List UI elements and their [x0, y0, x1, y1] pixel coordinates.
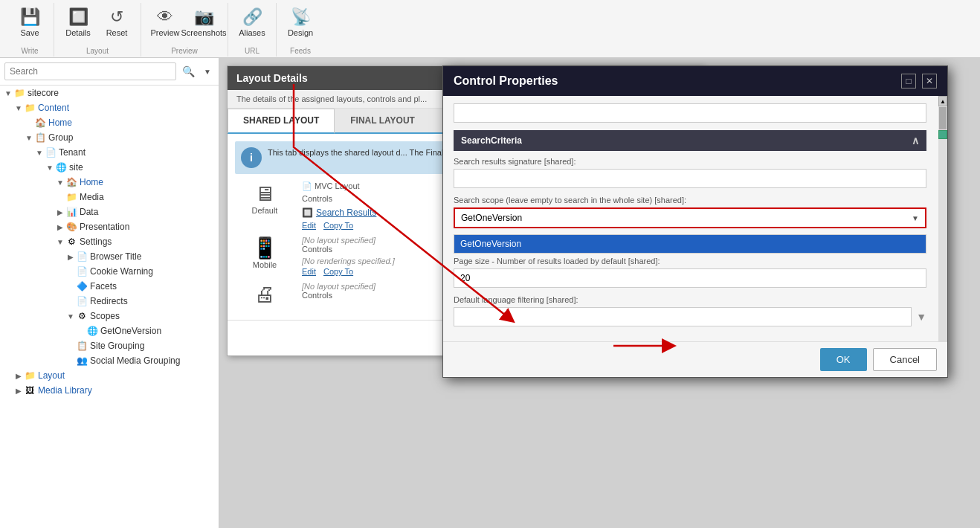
design-icon: 📡: [291, 7, 311, 27]
tree-item-data[interactable]: ▶ 📊 Data: [0, 205, 219, 219]
tree-toggle-site[interactable]: ▼: [45, 164, 55, 172]
mvc-layout-icon: 📄: [302, 181, 312, 190]
tab-shared-layout[interactable]: SHARED LAYOUT: [228, 109, 335, 134]
tree-toggle-settings[interactable]: ▼: [55, 238, 65, 246]
tree-toggle-data[interactable]: ▶: [55, 208, 65, 216]
cp-section-name: SearchCriteria: [461, 135, 522, 146]
control-name-search-results[interactable]: Search Results: [316, 207, 376, 218]
cp-signature-input[interactable]: [454, 169, 926, 188]
content-area: Layout Details The details of the assign…: [219, 58, 980, 528]
scrollbar-thumb[interactable]: [939, 107, 947, 129]
design-button[interactable]: 📡 Design: [281, 4, 320, 40]
device-icon-area-default: 🖥 Default: [235, 181, 294, 215]
cp-field-label-language: Default language filtering [shared]:: [454, 295, 926, 304]
device-icon-area-print: 🖨: [235, 282, 294, 306]
screenshots-button[interactable]: 📷 Screenshots: [184, 4, 223, 40]
details-button[interactable]: 🔲 Details: [59, 4, 97, 40]
scrollbar[interactable]: ▲: [938, 96, 947, 341]
tree-label-content: Content: [38, 103, 69, 113]
tree-item-scopes[interactable]: ▼ ⚙ Scopes: [0, 309, 219, 323]
tree-item-social-media[interactable]: ▶ 👥 Social Media Grouping: [0, 353, 219, 368]
tree-item-media-library[interactable]: ▶ 🖼 Media Library: [0, 383, 219, 398]
tree-label-group: Group: [48, 132, 73, 143]
content-icon: 📁: [24, 102, 36, 114]
toolbar-group-write: 💾 Save Write: [6, 3, 54, 57]
tree-toggle-presentation[interactable]: ▶: [55, 223, 65, 231]
tree-label-media-library: Media Library: [38, 385, 92, 396]
tree-item-content[interactable]: ▼ 📁 Content: [0, 100, 219, 115]
cp-scope-select[interactable]: GetOneVersion: [455, 209, 925, 227]
device-icon-print: 🖨: [254, 282, 275, 306]
edit-action[interactable]: Edit: [302, 221, 316, 230]
tree-toggle-layout[interactable]: ▶: [13, 372, 24, 380]
group-icon: 📋: [34, 132, 46, 144]
cp-section-toggle[interactable]: ∧: [912, 135, 919, 147]
toolbar-group-feeds: 📡 Design Feeds: [277, 3, 324, 57]
tree: ▼ 📁 sitecore ▼ 📁 Content ▶ 🏠 Home ▼ 📋 Gr…: [0, 86, 219, 398]
cp-field-label-pagesize: Page size - Number of results loaded by …: [454, 257, 926, 265]
tree-toggle-sitecore[interactable]: ▼: [3, 89, 13, 97]
save-button[interactable]: 💾 Save: [10, 4, 49, 40]
cp-cancel-button[interactable]: Cancel: [873, 348, 937, 371]
preview-button[interactable]: 👁 Preview: [146, 4, 184, 40]
edit-action-mobile[interactable]: Edit: [302, 267, 316, 276]
cp-ok-button[interactable]: OK: [820, 348, 867, 371]
cp-top-input[interactable]: [454, 103, 926, 123]
tree-label-cookie-warning: Cookie Warning: [90, 266, 153, 277]
tree-toggle-tenant[interactable]: ▼: [34, 149, 45, 157]
tree-toggle-media-library[interactable]: ▶: [13, 387, 24, 395]
tree-item-home2[interactable]: ▼ 🏠 Home: [0, 175, 219, 190]
control-properties-dialog: Control Properties □ ✕ ▲ SearchCr: [442, 65, 948, 378]
scopes-icon: ⚙: [76, 310, 88, 322]
control-dialog-title: Control Properties: [454, 74, 558, 88]
tree-item-browser-title[interactable]: ▶ 📄 Browser Title: [0, 249, 219, 264]
search-bar: 🔍 ▼: [0, 58, 219, 86]
cp-dropdown-item-get-one-version[interactable]: GetOneVersion: [454, 235, 926, 253]
tree-item-group[interactable]: ▼ 📋 Group: [0, 130, 219, 145]
copy-to-action-mobile[interactable]: Copy To: [323, 267, 353, 276]
tree-item-tenant[interactable]: ▼ 📄 Tenant: [0, 145, 219, 160]
screenshots-icon: 📷: [194, 7, 214, 27]
search-button[interactable]: 🔍: [179, 64, 198, 79]
tree-toggle-home2[interactable]: ▼: [55, 178, 65, 187]
tree-item-site[interactable]: ▼ 🌐 site: [0, 160, 219, 175]
sitecore-icon: 📁: [13, 87, 25, 99]
site-grouping-icon: 📋: [76, 340, 88, 352]
copy-to-action[interactable]: Copy To: [323, 221, 353, 230]
tree-item-facets[interactable]: ▶ 🔷 Facets: [0, 279, 219, 294]
device-label-default: Default: [252, 206, 278, 215]
tree-item-get-one-version[interactable]: ▶ 🌐 GetOneVersion: [0, 323, 219, 338]
cookie-warning-icon: 📄: [76, 265, 88, 277]
social-media-icon: 👥: [76, 355, 88, 367]
cp-lang-arrow[interactable]: ▼: [916, 311, 926, 323]
tree-item-media[interactable]: ▶ 📁 Media: [0, 190, 219, 205]
maximize-button[interactable]: □: [901, 74, 916, 88]
tree-toggle-scopes[interactable]: ▼: [65, 312, 76, 321]
device-icon-area-mobile: 📱 Mobile: [235, 236, 294, 269]
cp-pagesize-input[interactable]: [454, 268, 926, 288]
reset-button[interactable]: ↺ Reset: [97, 4, 136, 40]
tree-item-site-grouping[interactable]: ▶ 📋 Site Grouping: [0, 338, 219, 353]
tree-toggle-content[interactable]: ▼: [13, 104, 24, 112]
search-input[interactable]: [4, 62, 176, 80]
close-button[interactable]: ✕: [922, 74, 937, 88]
tree-item-redirects[interactable]: ▶ 📄 Redirects: [0, 294, 219, 309]
tree-item-sitecore[interactable]: ▼ 📁 sitecore: [0, 86, 219, 100]
tree-toggle-group[interactable]: ▼: [24, 134, 34, 142]
tree-item-layout[interactable]: ▶ 📁 Layout: [0, 368, 219, 383]
control-dialog-footer: OK Cancel: [443, 341, 947, 377]
scroll-up-button[interactable]: ▲: [938, 96, 947, 106]
tree-label-social-media: Social Media Grouping: [90, 355, 180, 366]
aliases-button[interactable]: 🔗 Aliases: [233, 4, 271, 40]
cp-language-input[interactable]: [454, 307, 912, 326]
tree-item-cookie-warning[interactable]: ▶ 📄 Cookie Warning: [0, 264, 219, 279]
tree-item-presentation[interactable]: ▶ 🎨 Presentation: [0, 219, 219, 234]
tab-final-layout[interactable]: FINAL LAYOUT: [335, 109, 431, 132]
toolbar-group-url: 🔗 Aliases URL: [228, 3, 277, 57]
tree-item-home[interactable]: ▶ 🏠 Home: [0, 115, 219, 130]
control-dialog-header: Control Properties □ ✕: [443, 66, 947, 96]
search-dropdown-button[interactable]: ▼: [201, 66, 214, 77]
tree-item-settings[interactable]: ▼ ⚙ Settings: [0, 234, 219, 249]
preview-icon: 👁: [157, 7, 173, 27]
tree-toggle-browser-title[interactable]: ▶: [65, 253, 76, 261]
